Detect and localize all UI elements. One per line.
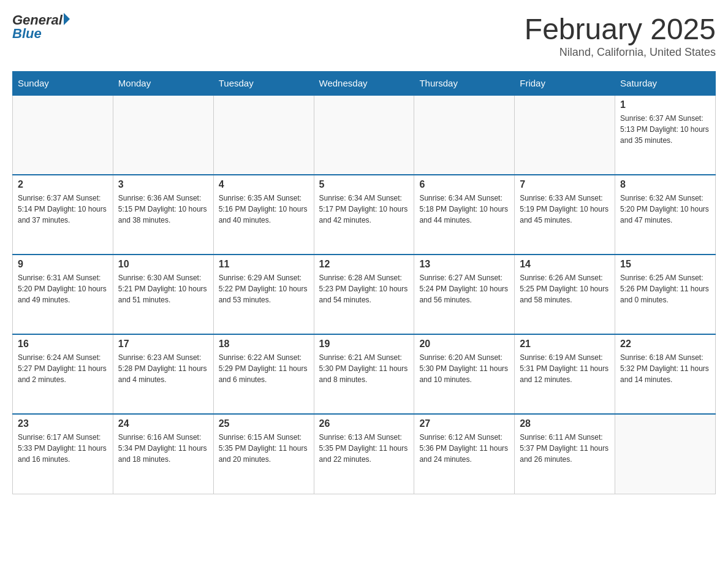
calendar-cell <box>615 414 716 494</box>
calendar-cell: 9Sunrise: 6:31 AM Sunset: 5:20 PM Daylig… <box>13 255 113 334</box>
calendar-cell: 20Sunrise: 6:20 AM Sunset: 5:30 PM Dayli… <box>414 334 515 414</box>
day-number: 2 <box>18 179 108 190</box>
calendar-cell <box>515 95 615 175</box>
day-number: 26 <box>319 418 409 429</box>
day-info: Sunrise: 6:20 AM Sunset: 5:30 PM Dayligh… <box>419 352 509 385</box>
day-number: 21 <box>520 339 610 350</box>
day-number: 12 <box>319 259 409 270</box>
day-number: 5 <box>319 179 409 190</box>
day-number: 27 <box>419 418 509 429</box>
calendar-cell: 2Sunrise: 6:37 AM Sunset: 5:14 PM Daylig… <box>13 175 113 255</box>
day-number: 28 <box>520 418 610 429</box>
day-info: Sunrise: 6:11 AM Sunset: 5:37 PM Dayligh… <box>520 432 610 465</box>
day-info: Sunrise: 6:19 AM Sunset: 5:31 PM Dayligh… <box>520 352 610 385</box>
day-number: 15 <box>620 259 710 270</box>
day-number: 11 <box>219 259 309 270</box>
calendar-table: SundayMondayTuesdayWednesdayThursdayFrid… <box>12 71 716 494</box>
logo-blue-text: Blue <box>12 26 70 42</box>
day-number: 19 <box>319 339 409 350</box>
day-info: Sunrise: 6:25 AM Sunset: 5:26 PM Dayligh… <box>620 272 710 305</box>
calendar-cell: 8Sunrise: 6:32 AM Sunset: 5:20 PM Daylig… <box>615 175 716 255</box>
day-info: Sunrise: 6:17 AM Sunset: 5:33 PM Dayligh… <box>18 432 108 465</box>
day-number: 10 <box>118 259 208 270</box>
day-info: Sunrise: 6:31 AM Sunset: 5:20 PM Dayligh… <box>18 272 108 305</box>
day-number: 16 <box>18 339 108 350</box>
calendar-cell <box>13 95 113 175</box>
day-number: 25 <box>219 418 309 429</box>
day-number: 6 <box>419 179 509 190</box>
day-number: 18 <box>219 339 309 350</box>
calendar-header-tuesday: Tuesday <box>213 72 314 96</box>
calendar-week-row: 16Sunrise: 6:24 AM Sunset: 5:27 PM Dayli… <box>13 334 716 414</box>
logo-arrow-icon <box>64 13 70 25</box>
calendar-cell: 21Sunrise: 6:19 AM Sunset: 5:31 PM Dayli… <box>515 334 615 414</box>
page-header: General Blue February 2025 Niland, Calif… <box>12 12 716 59</box>
day-info: Sunrise: 6:16 AM Sunset: 5:34 PM Dayligh… <box>118 432 208 465</box>
day-info: Sunrise: 6:27 AM Sunset: 5:24 PM Dayligh… <box>419 272 509 305</box>
calendar-week-row: 23Sunrise: 6:17 AM Sunset: 5:33 PM Dayli… <box>13 414 716 494</box>
calendar-cell <box>213 95 314 175</box>
day-info: Sunrise: 6:12 AM Sunset: 5:36 PM Dayligh… <box>419 432 509 465</box>
day-info: Sunrise: 6:35 AM Sunset: 5:16 PM Dayligh… <box>219 193 309 226</box>
day-info: Sunrise: 6:37 AM Sunset: 5:14 PM Dayligh… <box>18 193 108 226</box>
day-info: Sunrise: 6:34 AM Sunset: 5:18 PM Dayligh… <box>419 193 509 226</box>
calendar-cell: 1Sunrise: 6:37 AM Sunset: 5:13 PM Daylig… <box>615 95 716 175</box>
calendar-cell: 14Sunrise: 6:26 AM Sunset: 5:25 PM Dayli… <box>515 255 615 334</box>
calendar-cell: 7Sunrise: 6:33 AM Sunset: 5:19 PM Daylig… <box>515 175 615 255</box>
day-number: 23 <box>18 418 108 429</box>
day-info: Sunrise: 6:33 AM Sunset: 5:19 PM Dayligh… <box>520 193 610 226</box>
day-info: Sunrise: 6:24 AM Sunset: 5:27 PM Dayligh… <box>18 352 108 385</box>
calendar-cell <box>113 95 213 175</box>
calendar-cell: 3Sunrise: 6:36 AM Sunset: 5:15 PM Daylig… <box>113 175 213 255</box>
day-number: 13 <box>419 259 509 270</box>
day-info: Sunrise: 6:29 AM Sunset: 5:22 PM Dayligh… <box>219 272 309 305</box>
calendar-cell: 28Sunrise: 6:11 AM Sunset: 5:37 PM Dayli… <box>515 414 615 494</box>
day-number: 20 <box>419 339 509 350</box>
day-info: Sunrise: 6:22 AM Sunset: 5:29 PM Dayligh… <box>219 352 309 385</box>
month-title: February 2025 <box>525 12 716 46</box>
calendar-cell: 10Sunrise: 6:30 AM Sunset: 5:21 PM Dayli… <box>113 255 213 334</box>
calendar-cell: 15Sunrise: 6:25 AM Sunset: 5:26 PM Dayli… <box>615 255 716 334</box>
day-info: Sunrise: 6:21 AM Sunset: 5:30 PM Dayligh… <box>319 352 409 385</box>
day-info: Sunrise: 6:28 AM Sunset: 5:23 PM Dayligh… <box>319 272 409 305</box>
day-info: Sunrise: 6:32 AM Sunset: 5:20 PM Dayligh… <box>620 193 710 226</box>
day-info: Sunrise: 6:34 AM Sunset: 5:17 PM Dayligh… <box>319 193 409 226</box>
calendar-cell: 23Sunrise: 6:17 AM Sunset: 5:33 PM Dayli… <box>13 414 113 494</box>
calendar-week-row: 9Sunrise: 6:31 AM Sunset: 5:20 PM Daylig… <box>13 255 716 334</box>
calendar-cell: 5Sunrise: 6:34 AM Sunset: 5:17 PM Daylig… <box>314 175 414 255</box>
day-number: 24 <box>118 418 208 429</box>
calendar-week-row: 2Sunrise: 6:37 AM Sunset: 5:14 PM Daylig… <box>13 175 716 255</box>
day-info: Sunrise: 6:26 AM Sunset: 5:25 PM Dayligh… <box>520 272 610 305</box>
calendar-cell: 16Sunrise: 6:24 AM Sunset: 5:27 PM Dayli… <box>13 334 113 414</box>
calendar-header-row: SundayMondayTuesdayWednesdayThursdayFrid… <box>13 72 716 96</box>
calendar-cell: 11Sunrise: 6:29 AM Sunset: 5:22 PM Dayli… <box>213 255 314 334</box>
calendar-cell: 27Sunrise: 6:12 AM Sunset: 5:36 PM Dayli… <box>414 414 515 494</box>
calendar-cell: 26Sunrise: 6:13 AM Sunset: 5:35 PM Dayli… <box>314 414 414 494</box>
day-info: Sunrise: 6:36 AM Sunset: 5:15 PM Dayligh… <box>118 193 208 226</box>
calendar-header-wednesday: Wednesday <box>314 72 414 96</box>
calendar-cell: 18Sunrise: 6:22 AM Sunset: 5:29 PM Dayli… <box>213 334 314 414</box>
day-number: 4 <box>219 179 309 190</box>
calendar-cell <box>314 95 414 175</box>
day-number: 9 <box>18 259 108 270</box>
calendar-cell: 19Sunrise: 6:21 AM Sunset: 5:30 PM Dayli… <box>314 334 414 414</box>
calendar-cell: 24Sunrise: 6:16 AM Sunset: 5:34 PM Dayli… <box>113 414 213 494</box>
calendar-cell: 6Sunrise: 6:34 AM Sunset: 5:18 PM Daylig… <box>414 175 515 255</box>
day-info: Sunrise: 6:15 AM Sunset: 5:35 PM Dayligh… <box>219 432 309 465</box>
day-info: Sunrise: 6:13 AM Sunset: 5:35 PM Dayligh… <box>319 432 409 465</box>
calendar-header-monday: Monday <box>113 72 213 96</box>
day-number: 3 <box>118 179 208 190</box>
calendar-header-friday: Friday <box>515 72 615 96</box>
calendar-cell <box>414 95 515 175</box>
location-subtitle: Niland, California, United States <box>525 46 716 59</box>
calendar-cell: 13Sunrise: 6:27 AM Sunset: 5:24 PM Dayli… <box>414 255 515 334</box>
calendar-cell: 17Sunrise: 6:23 AM Sunset: 5:28 PM Dayli… <box>113 334 213 414</box>
calendar-cell: 12Sunrise: 6:28 AM Sunset: 5:23 PM Dayli… <box>314 255 414 334</box>
day-number: 7 <box>520 179 610 190</box>
calendar-week-row: 1Sunrise: 6:37 AM Sunset: 5:13 PM Daylig… <box>13 95 716 175</box>
logo: General Blue <box>12 12 70 42</box>
day-number: 22 <box>620 339 710 350</box>
day-info: Sunrise: 6:18 AM Sunset: 5:32 PM Dayligh… <box>620 352 710 385</box>
day-info: Sunrise: 6:23 AM Sunset: 5:28 PM Dayligh… <box>118 352 208 385</box>
calendar-cell: 4Sunrise: 6:35 AM Sunset: 5:16 PM Daylig… <box>213 175 314 255</box>
